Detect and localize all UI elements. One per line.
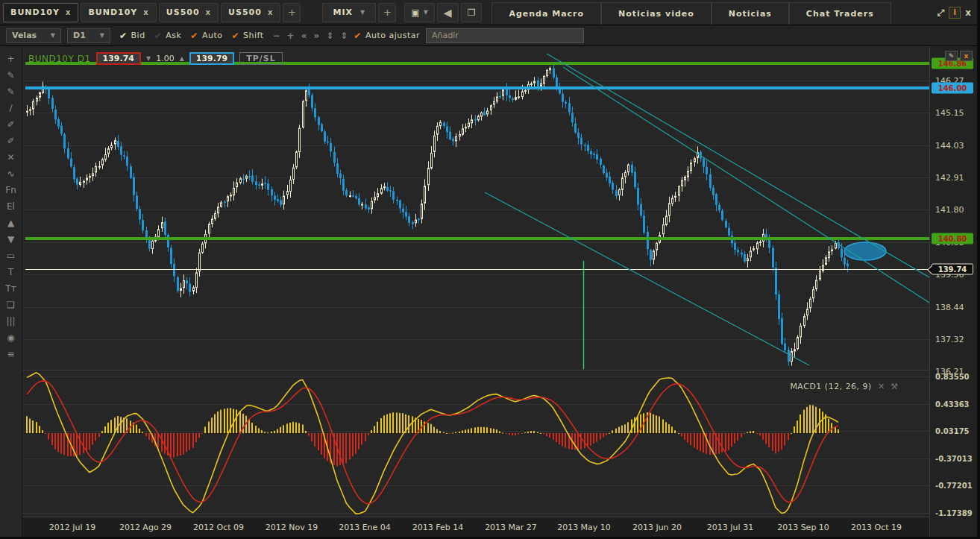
edit-pencil-icon[interactable]: ✎ xyxy=(945,51,958,61)
instrument-tab-us500[interactable]: US500x xyxy=(159,3,219,22)
tab-noticias[interactable]: Noticias xyxy=(712,2,789,25)
layers-tool-icon[interactable]: ❏ xyxy=(3,297,19,312)
close-tab-icon[interactable]: x xyxy=(66,8,71,16)
draw-vertical-line-tool-icon[interactable]: ✐ xyxy=(3,133,19,148)
close-tab-icon[interactable]: x xyxy=(206,8,211,16)
chart-header: BUND10Y D1 139.74 ▼ 1.00 ▲ 139.79 TP/SL xyxy=(28,52,283,65)
chevron-down-icon: ▼ xyxy=(100,32,104,39)
chart-type-dropdown[interactable]: Velas ▼ xyxy=(6,28,61,43)
news-tab-group: Agenda MacroNoticias videoNoticiasChat T… xyxy=(491,1,891,25)
macd-tick-label: 0.43363 xyxy=(935,400,970,408)
mix-add-button[interactable]: + xyxy=(378,3,396,22)
close-chart-icon[interactable]: x xyxy=(960,51,973,61)
text-small-tool-icon[interactable]: Tᴛ xyxy=(3,280,19,296)
ask-price-button[interactable]: 139.79 xyxy=(189,52,234,65)
add-instrument-tab-button[interactable]: + xyxy=(283,3,301,22)
instrument-tab-label: BUND10Y xyxy=(88,7,137,17)
shift-label: Shift xyxy=(243,31,264,40)
price-axis[interactable]: ✎ x 146.27145.15144.03142.91141.80140.68… xyxy=(929,46,977,539)
draw-cross-tool-icon[interactable]: ✕ xyxy=(3,149,19,165)
rectangle-tool-icon[interactable]: ▭ xyxy=(3,248,19,263)
macd-tick-label: 0.83550 xyxy=(935,372,970,380)
macd-indicator-canvas[interactable] xyxy=(22,371,929,517)
draw-segment-tool-icon[interactable]: ∕ xyxy=(3,100,19,116)
back-button[interactable]: ◀ xyxy=(437,3,459,22)
timeframe-dropdown[interactable]: D1 ▼ xyxy=(67,28,110,43)
instrument-tab-label: BUND10Y xyxy=(10,7,60,17)
arrow-down-tool-icon[interactable]: ▼ xyxy=(3,231,19,247)
auto-label: Auto xyxy=(202,31,223,40)
layout-icon: ▣ xyxy=(411,7,419,18)
elliott-tool-icon[interactable]: El xyxy=(3,198,19,214)
tab-chat-traders[interactable]: Chat Traders xyxy=(789,2,891,25)
price-chart-canvas[interactable] xyxy=(22,46,929,371)
scroll-left-icon[interactable]: « xyxy=(301,31,307,41)
top-tab-bar: BUND10YxBUND10YxUS500xUS500x + MIX ▼ + ▣… xyxy=(0,0,977,25)
macd-tick-label: -0.37013 xyxy=(935,454,973,462)
price-level-tag[interactable]: 139.74 xyxy=(932,264,973,275)
shift-checkbox[interactable]: ✔Shift xyxy=(231,31,263,41)
vertical-scale-icon[interactable]: ⇕ xyxy=(326,31,333,41)
price-tick-label: 142.91 xyxy=(935,173,964,183)
close-tab-icon[interactable]: x xyxy=(143,8,148,16)
snapshot-tool-icon[interactable]: ◉ xyxy=(3,330,19,345)
menu-tool-icon[interactable]: ≡ xyxy=(3,346,19,362)
indicator-tool-icon[interactable]: ∿ xyxy=(3,166,19,181)
zoom-out-icon[interactable]: − xyxy=(273,31,280,41)
close-tab-icon[interactable]: x xyxy=(268,8,273,16)
chevron-down-icon: ▼ xyxy=(51,32,55,39)
vertical-scale-icon[interactable]: ⇕ xyxy=(340,31,348,41)
bid-price-button[interactable]: 139.74 xyxy=(96,52,141,65)
sell-arrow-icon[interactable]: ▼ xyxy=(146,55,151,62)
macd-close-icon[interactable]: ✕ xyxy=(878,382,885,391)
back-arrow-icon: ◀ xyxy=(444,7,452,19)
instrument-tab-us500[interactable]: US500x xyxy=(221,3,280,22)
chart-toolbar: Velas ▼ D1 ▼ ✔Bid✔Ask✔Auto✔Shift −+«»⇕⇕ … xyxy=(0,25,977,46)
price-level-tag[interactable]: 146.00 xyxy=(932,83,973,94)
macd-settings-icon[interactable]: ⚒ xyxy=(891,382,898,391)
function-tool-icon[interactable]: Fn xyxy=(3,182,19,198)
auto-checkbox[interactable]: ✔Auto xyxy=(190,31,222,41)
instrument-tab-bund10y[interactable]: BUND10Yx xyxy=(3,3,78,22)
price-tick-label: 145.15 xyxy=(935,108,964,118)
price-tick-label: 141.80 xyxy=(935,205,964,215)
bid-checkbox[interactable]: ✔Bid xyxy=(119,31,145,41)
checkmark-icon: ✔ xyxy=(154,31,163,41)
date-axis[interactable]: 2012 Jul 192012 Ago 292012 Oct 092012 No… xyxy=(22,517,929,539)
tab-agenda-macro[interactable]: Agenda Macro xyxy=(491,2,601,25)
instrument-tab-bund10y[interactable]: BUND10Yx xyxy=(81,3,156,22)
ask-label: Ask xyxy=(166,31,181,40)
price-level-tag[interactable]: 140.80 xyxy=(932,233,973,245)
macd-indicator-label: MACD1 (12, 26, 9) ✕ ⚒ xyxy=(790,382,898,391)
zoom-in-icon[interactable]: + xyxy=(287,31,295,41)
checkmark-icon: ✔ xyxy=(119,31,128,41)
info-button[interactable]: i xyxy=(949,7,961,19)
tpsl-button[interactable]: TP/SL xyxy=(239,52,283,65)
scroll-right-icon[interactable]: » xyxy=(313,31,319,41)
mix-dropdown[interactable]: MIX ▼ xyxy=(322,3,376,22)
expand-icon[interactable]: ⤢ xyxy=(937,7,945,18)
chevron-down-icon: ▼ xyxy=(424,9,428,16)
draw-horizontal-line-tool-icon[interactable]: ✐ xyxy=(3,116,19,132)
zoom-nav-group: −+«»⇕⇕ xyxy=(273,31,348,41)
layout-select-button[interactable]: ▣ ▼ xyxy=(404,3,435,22)
drawing-tools-sidebar: +✎✎∕✐✐✕∿FnEl▲▼▭TTᴛ❏|||◉≡ xyxy=(0,46,22,539)
text-tool-icon[interactable]: T xyxy=(3,264,19,280)
draw-parallel-lines-tool-icon[interactable]: ✎ xyxy=(3,83,19,99)
volume-tool-icon[interactable]: ||| xyxy=(3,313,19,329)
tab-noticias-video[interactable]: Noticias video xyxy=(601,2,712,25)
bid-label: Bid xyxy=(131,31,145,40)
date-axis-label: 2013 Jun 20 xyxy=(632,523,682,532)
date-axis-label: 2012 Ago 29 xyxy=(119,523,172,532)
add-tool-icon[interactable]: + xyxy=(3,51,19,66)
price-tick-label: 144.03 xyxy=(935,140,964,150)
timeframe-value: D1 xyxy=(73,31,86,40)
draw-trend-lines-tool-icon[interactable]: ✎ xyxy=(3,67,19,83)
add-indicator-input[interactable] xyxy=(426,28,584,43)
arrow-up-tool-icon[interactable]: ▲ xyxy=(3,215,19,230)
auto-adjust-checkbox[interactable]: ✔ Auto ajustar xyxy=(354,31,420,41)
close-window-button[interactable]: x xyxy=(965,7,971,18)
detach-window-button[interactable]: ❐ xyxy=(461,3,483,22)
ask-checkbox[interactable]: ✔Ask xyxy=(154,31,182,41)
buy-arrow-icon[interactable]: ▲ xyxy=(180,55,184,62)
